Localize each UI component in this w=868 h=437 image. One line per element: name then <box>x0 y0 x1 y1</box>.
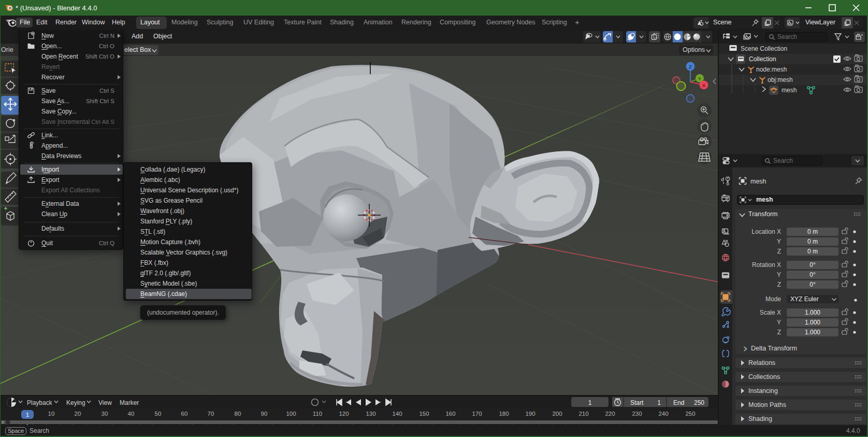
svg-text:X: X <box>702 82 706 88</box>
svg-text:Marker: Marker <box>120 399 139 406</box>
svg-text:40: 40 <box>128 411 135 417</box>
svg-text:160: 160 <box>445 411 455 417</box>
svg-text:End: End <box>673 399 684 406</box>
svg-text:1: 1 <box>657 399 661 406</box>
svg-text:220: 220 <box>605 411 615 417</box>
svg-text:190: 190 <box>525 411 535 417</box>
svg-text:120: 120 <box>339 411 349 417</box>
svg-text:130: 130 <box>366 411 375 417</box>
svg-text:10: 10 <box>48 411 55 417</box>
svg-text:Y: Y <box>698 76 702 81</box>
svg-text:250: 250 <box>685 411 695 417</box>
svg-text:100: 100 <box>286 411 296 417</box>
svg-text:150: 150 <box>419 411 429 417</box>
svg-text:230: 230 <box>632 411 642 417</box>
svg-text:Playback: Playback <box>27 399 53 406</box>
svg-text:110: 110 <box>313 411 322 417</box>
svg-text:140: 140 <box>392 411 402 417</box>
svg-text:180: 180 <box>499 411 509 417</box>
svg-text:200: 200 <box>552 411 562 417</box>
svg-text:50: 50 <box>155 411 162 417</box>
svg-text:Collection: Collection <box>749 55 776 63</box>
svg-text:View: View <box>98 399 112 406</box>
svg-text:240: 240 <box>658 411 668 417</box>
svg-text:obj:mesh: obj:mesh <box>768 76 793 83</box>
svg-text:Scene Collection: Scene Collection <box>741 45 787 52</box>
svg-text:Keying: Keying <box>66 399 85 406</box>
svg-text:1: 1 <box>26 412 29 418</box>
svg-text:node:mesh: node:mesh <box>756 66 787 73</box>
svg-text:Z: Z <box>689 64 692 69</box>
svg-text:60: 60 <box>181 411 188 417</box>
svg-text:70: 70 <box>208 411 214 417</box>
svg-text:250: 250 <box>694 399 704 406</box>
svg-text:mesh: mesh <box>782 87 797 94</box>
svg-text:30: 30 <box>102 411 108 417</box>
svg-text:80: 80 <box>235 411 241 417</box>
svg-text:210: 210 <box>578 411 588 417</box>
svg-text:1: 1 <box>588 399 592 406</box>
svg-text:90: 90 <box>261 411 268 417</box>
svg-text:Start: Start <box>630 399 644 406</box>
svg-text:170: 170 <box>472 411 482 417</box>
svg-text:20: 20 <box>75 411 81 417</box>
